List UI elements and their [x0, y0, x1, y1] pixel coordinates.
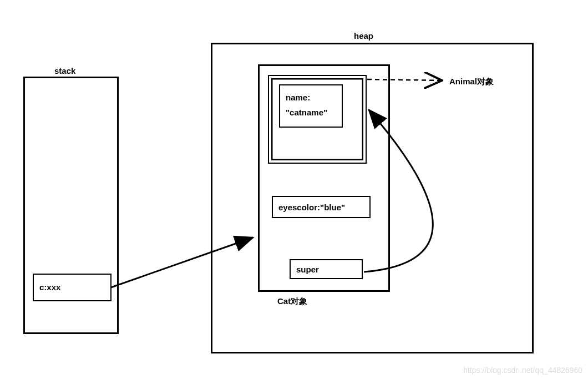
animal-object-label: Animal对象 — [449, 77, 494, 87]
stack-variable: c:xxx — [33, 274, 111, 301]
name-field: name: "catname" — [279, 84, 343, 128]
heap-title: heap — [354, 31, 373, 41]
watermark: https://blog.csdn.net/qq_44826960 — [463, 366, 582, 375]
stack-box: c:xxx — [23, 77, 119, 334]
cat-object-label: Cat对象 — [277, 296, 307, 307]
animal-name-outer: name: "catname" — [268, 75, 367, 164]
stack-title: stack — [54, 66, 75, 75]
eyescolor-field: eyescolor:"blue" — [272, 196, 371, 218]
super-field: super — [290, 259, 363, 279]
